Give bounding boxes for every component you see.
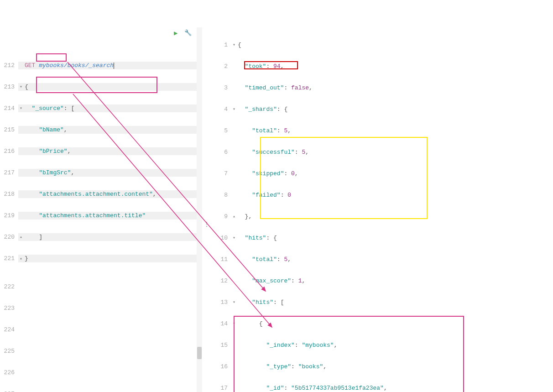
scroll-thumb[interactable] [197, 347, 202, 359]
fold-toggle[interactable]: ▾ [18, 105, 24, 112]
http-method: GET [25, 62, 35, 69]
fold-toggle[interactable]: ▾ [231, 320, 237, 328]
scrollbar[interactable] [197, 27, 202, 392]
fold-toggle[interactable]: ▾ [231, 41, 237, 49]
request-url: mybooks/books/_search [39, 62, 114, 69]
fold-toggle[interactable]: ▾ [18, 83, 24, 91]
line-number: 212 [0, 62, 18, 69]
text-cursor [114, 63, 114, 69]
fold-toggle[interactable]: ▾ [231, 234, 237, 242]
pane-splitter[interactable]: ⋮ [202, 27, 209, 392]
play-icon[interactable]: ▶ [174, 29, 177, 37]
response-viewer-pane[interactable]: 1▾{ 2 "took": 94, 3 "timed_out": false, … [209, 27, 553, 392]
fold-toggle[interactable]: ▾ [231, 105, 237, 113]
request-editor-pane[interactable]: ▶ 🔧 212GET mybooks/books/_search 213▾{ 2… [0, 27, 202, 392]
splitter-handle-icon[interactable]: ⋮ [203, 224, 207, 233]
wrench-icon[interactable]: 🔧 [184, 29, 192, 37]
fold-toggle[interactable]: ▾ [231, 298, 237, 306]
